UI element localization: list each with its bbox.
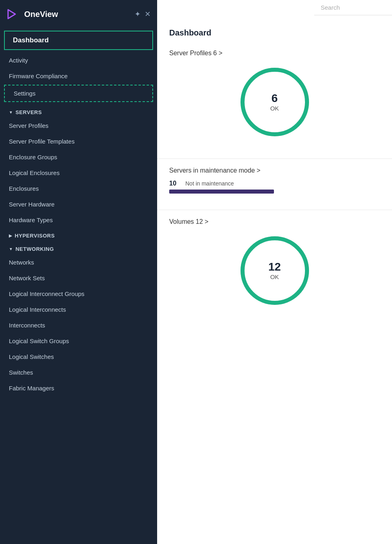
pin-icon[interactable]: ✦ <box>135 10 141 19</box>
logo-icon <box>6 7 20 21</box>
servers-arrow: ▼ <box>9 110 13 115</box>
sidebar-item-logical-interconnect-groups[interactable]: Logical Interconnect Groups <box>0 286 157 302</box>
sidebar-item-server-hardware[interactable]: Server Hardware <box>0 196 157 212</box>
header-icons: ✦ ✕ <box>135 10 151 19</box>
sidebar-item-enclosure-groups[interactable]: Enclosure Groups <box>0 149 157 165</box>
maintenance-bar-wrap <box>169 190 380 194</box>
volumes-title[interactable]: Volumes 12 > <box>169 218 208 225</box>
server-profiles-count: 6 <box>270 92 279 105</box>
hypervisors-label: HYPERVISORS <box>15 233 55 239</box>
sidebar-item-fabric-managers[interactable]: Fabric Managers <box>0 380 157 396</box>
server-profiles-card: Server Profiles 6 > 6 OK <box>157 42 392 154</box>
maintenance-title[interactable]: Servers in maintenance mode > <box>169 167 380 174</box>
search-placeholder: Search <box>321 4 340 11</box>
sidebar-item-switches[interactable]: Switches <box>0 365 157 380</box>
sidebar-item-hardware-types[interactable]: Hardware Types <box>0 212 157 228</box>
nav-section: Dashboard Activity Firmware Compliance S… <box>0 27 157 104</box>
servers-label: SERVERS <box>15 109 42 115</box>
maintenance-bar-label: Not in maintenance <box>185 180 234 187</box>
sidebar-header: OneView ✦ ✕ <box>0 0 157 27</box>
close-icon[interactable]: ✕ <box>145 10 151 19</box>
sidebar-item-logical-enclosures[interactable]: Logical Enclosures <box>0 165 157 181</box>
sidebar-item-activity[interactable]: Activity <box>0 52 157 68</box>
section-header-networking[interactable]: ▼ NETWORKING <box>0 241 157 254</box>
server-profiles-donut: 6 OK <box>234 62 315 142</box>
sidebar-item-network-sets[interactable]: Network Sets <box>0 270 157 286</box>
volumes-donut-text: 12 OK <box>268 261 281 281</box>
volumes-status: OK <box>270 273 279 280</box>
sidebar-item-logical-switches[interactable]: Logical Switches <box>0 349 157 365</box>
server-profiles-status: OK <box>270 105 279 112</box>
volumes-card: Volumes 12 > 12 OK <box>157 214 392 323</box>
sidebar-item-settings[interactable]: Settings <box>4 85 153 102</box>
sidebar-item-server-profile-templates[interactable]: Server Profile Templates <box>0 133 157 149</box>
volumes-count: 12 <box>268 261 281 273</box>
sidebar: OneView ✦ ✕ Dashboard Activity Firmware … <box>0 0 157 544</box>
search-bar[interactable]: Search <box>314 0 392 15</box>
divider-1 <box>157 158 392 159</box>
hypervisors-arrow: ▶ <box>9 233 12 238</box>
volumes-donut: 12 OK <box>234 230 315 311</box>
maintenance-card: Servers in maintenance mode > 10 Not in … <box>157 163 392 206</box>
page-title: Dashboard <box>157 20 392 42</box>
app-title: OneView <box>24 10 131 19</box>
section-header-hypervisors[interactable]: ▶ HYPERVISORS <box>0 228 157 241</box>
section-header-servers[interactable]: ▼ SERVERS <box>0 104 157 118</box>
sidebar-item-enclosures[interactable]: Enclosures <box>0 181 157 196</box>
sidebar-item-networks[interactable]: Networks <box>0 254 157 270</box>
sidebar-item-logical-switch-groups[interactable]: Logical Switch Groups <box>0 333 157 349</box>
sidebar-item-firmware-compliance[interactable]: Firmware Compliance <box>0 68 157 84</box>
maintenance-count: 10 <box>169 180 179 187</box>
divider-2 <box>157 210 392 210</box>
maintenance-bar-row: 10 Not in maintenance <box>169 180 380 187</box>
svg-marker-0 <box>8 10 15 19</box>
maintenance-bar <box>169 190 274 194</box>
sidebar-item-dashboard[interactable]: Dashboard <box>4 31 153 50</box>
sidebar-item-logical-interconnects[interactable]: Logical Interconnects <box>0 302 157 317</box>
sidebar-item-server-profiles[interactable]: Server Profiles <box>0 118 157 133</box>
server-profiles-donut-text: 6 OK <box>270 92 279 112</box>
sidebar-item-interconnects[interactable]: Interconnects <box>0 317 157 333</box>
main-content: Dashboard Server Profiles 6 > 6 OK Ser <box>157 20 392 323</box>
networking-arrow: ▼ <box>9 247 13 251</box>
server-profiles-title[interactable]: Server Profiles 6 > <box>169 50 222 57</box>
networking-label: NETWORKING <box>15 246 54 252</box>
